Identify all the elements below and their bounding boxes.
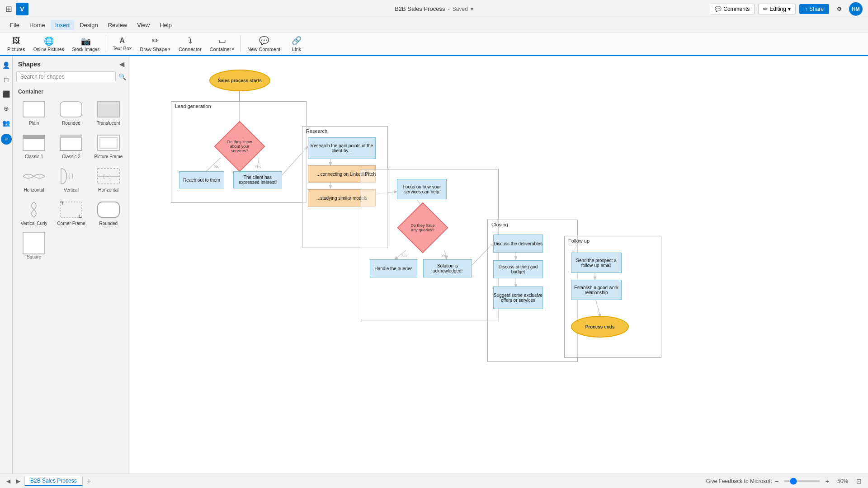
shapes-icon-btn[interactable]: ◻ [1, 74, 12, 85]
canvas-area[interactable]: No Yes No Yes Sales process starts Lead … [130, 56, 868, 474]
add-icon-btn[interactable]: + [1, 134, 12, 145]
diamond1-container: Do they know about your services? [219, 126, 260, 167]
shape-vertical-curly[interactable]: Vertical Curly [16, 197, 52, 229]
bottombar: ◀ ▶ B2B Sales Process + Give Feedback to… [0, 474, 868, 488]
menu-review[interactable]: Review [104, 20, 132, 30]
diamond2-text: Do they have any queries? [409, 223, 436, 232]
shape-classic2[interactable]: Classic 2 [53, 130, 89, 162]
svg-rect-6 [60, 135, 82, 138]
corner-frame-svg [59, 201, 83, 218]
shape-square[interactable]: Square [16, 230, 52, 262]
comment-icon: 💬 [715, 6, 722, 12]
feedback-text[interactable]: Give Feedback to Microsoft [706, 478, 772, 484]
share-button[interactable]: ↑ Share [799, 4, 829, 14]
expressed-interest-node: The client has expressed interest! [233, 171, 282, 188]
nav-next-button[interactable]: ▶ [14, 477, 23, 486]
ribbon-pictures[interactable]: 🖼 Pictures [4, 34, 29, 54]
link-icon: 🔗 [292, 36, 302, 46]
layers-icon-btn[interactable]: ⬛ [1, 89, 12, 99]
discuss-pricing-node: Discuss pricing and budget [493, 260, 543, 278]
ribbon-connector[interactable]: ⤵ Connector [175, 34, 205, 54]
add-sheet-button[interactable]: + [85, 477, 94, 486]
sheet-tab-main[interactable]: B2B Sales Process [24, 476, 83, 486]
shape-picture-frame[interactable]: Picture Frame [91, 130, 126, 162]
shape-corner-frame[interactable]: Corner Frame [53, 197, 89, 229]
search-input[interactable] [16, 71, 116, 82]
shapes-panel: Shapes ◀ 🔍 Container [13, 56, 130, 474]
shapes-search-area: 🔍 [13, 71, 130, 86]
zoom-in-button[interactable]: + [823, 477, 832, 486]
ribbon-container[interactable]: ▭ Container ▾ [206, 34, 238, 54]
svg-rect-12 [98, 202, 119, 217]
search-icon[interactable]: 🔍 [118, 73, 126, 80]
ribbon-draw-shape[interactable]: ✏ Draw Shape ▾ [136, 34, 174, 54]
avatar: HM [849, 2, 863, 16]
followup-title: Follow up [565, 236, 661, 245]
share-icon: ↑ [805, 6, 807, 12]
people-icon-btn[interactable]: 👤 [1, 60, 12, 70]
sidebar-wrapper: 👤 ◻ ⬛ ⊕ 👥 + Shapes ◀ 🔍 Container [0, 56, 130, 474]
connector-icon: ⤵ [188, 36, 192, 46]
plain-shape-svg [22, 101, 46, 118]
settings-button[interactable]: ⚙ [833, 3, 845, 15]
shape-horizontal-curly[interactable]: Horizontal [16, 164, 52, 195]
ribbon-stock-images[interactable]: 📷 Stock Images [69, 34, 104, 54]
titlebar-left: ⊞ V [5, 3, 28, 15]
menu-design[interactable]: Design [75, 20, 102, 30]
start-node: Sales process starts [209, 70, 270, 91]
shape-horizontal-bracket[interactable]: { - } Horizontal [91, 164, 126, 195]
nav-arrows: ◀ ▶ [4, 477, 23, 486]
shape-classic1[interactable]: Classic 1 [16, 130, 52, 162]
fit-to-window-button[interactable]: ⊡ [854, 477, 864, 486]
online-pictures-icon: 🌐 [44, 36, 54, 46]
svg-text:{ }: { } [68, 173, 73, 179]
shape-rounded-2[interactable]: Rounded [91, 197, 126, 229]
shapes-panel-header: Shapes ◀ [13, 56, 130, 71]
titlebar-center: B2B Sales Process - Saved ▾ [395, 5, 473, 12]
svg-rect-1 [60, 102, 82, 117]
rounded2-svg [97, 201, 120, 218]
svg-rect-0 [23, 102, 45, 117]
connection-icon-btn[interactable]: ⊕ [1, 103, 12, 114]
diamond2-container: Do they have any queries? [402, 207, 443, 248]
svg-rect-2 [98, 102, 119, 117]
shapes-grid: Plain Rounded [16, 97, 126, 262]
container-icon: ▭ [218, 36, 226, 46]
classic1-shape-svg [22, 134, 46, 151]
stock-images-icon: 📷 [81, 36, 91, 46]
menu-help[interactable]: Help [155, 20, 176, 30]
zoom-out-button[interactable]: − [772, 477, 781, 486]
titlebar: ⊞ V B2B Sales Process - Saved ▾ 💬 Commen… [0, 0, 868, 18]
shape-vertical[interactable]: { } Vertical [53, 164, 89, 195]
svg-rect-4 [23, 135, 45, 139]
ribbon-textbox[interactable]: A Text Box [109, 34, 135, 54]
send-followup-node: Send the prospect a follow-up email [571, 253, 622, 273]
shape-translucent[interactable]: Translucent [91, 97, 126, 128]
doc-title: B2B Sales Process [395, 5, 445, 12]
ribbon-online-pictures[interactable]: 🌐 Online Pictures [30, 34, 68, 54]
reach-out-node: Reach out to them [179, 171, 224, 188]
menu-file[interactable]: File [5, 20, 24, 30]
diamond1-text: Do they know about your services? [226, 140, 253, 153]
dropdown-arrow[interactable]: ▾ [471, 6, 473, 12]
left-icon-strip: 👤 ◻ ⬛ ⊕ 👥 + [0, 56, 13, 474]
menu-insert[interactable]: Insert [51, 20, 75, 30]
sheet-tabs: ◀ ▶ B2B Sales Process + [4, 476, 94, 486]
ribbon-link[interactable]: 🔗 Link [285, 34, 308, 54]
shapes-grid-area: Container Plain [13, 86, 130, 262]
discuss-deliverables-node: Discuss the deliverables [493, 235, 543, 253]
pitch-title: Pitch [361, 169, 498, 178]
waffle-icon[interactable]: ⊞ [5, 4, 12, 14]
editing-button[interactable]: ✏ Editing ▾ [758, 4, 796, 14]
shape-rounded[interactable]: Rounded [53, 97, 89, 128]
establish-rel-node: Establish a good work relationship [571, 280, 622, 300]
menu-home[interactable]: Home [25, 20, 50, 30]
shape-plain[interactable]: Plain [16, 97, 52, 128]
comments-button[interactable]: 💬 Comments [710, 4, 755, 14]
team-icon-btn[interactable]: 👥 [1, 117, 12, 128]
zoom-slider[interactable] [784, 480, 820, 482]
nav-prev-button[interactable]: ◀ [4, 477, 13, 486]
ribbon-new-comment[interactable]: 💬 New Comment [244, 34, 284, 54]
menu-view[interactable]: View [132, 20, 154, 30]
collapse-button[interactable]: ◀ [119, 61, 124, 68]
